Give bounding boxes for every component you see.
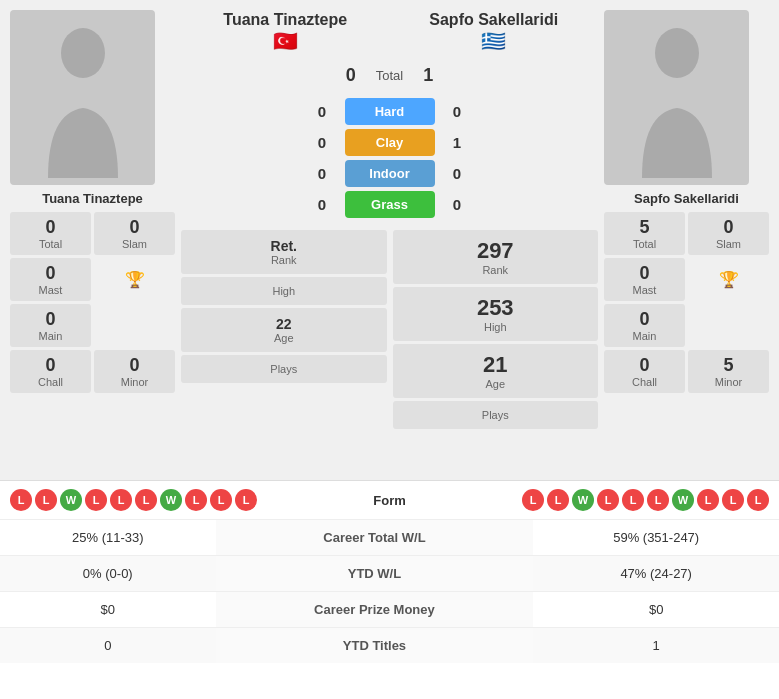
left-ytd-titles: 0 [0,628,216,664]
right-player-name: Sapfo Sakellaridi [604,191,769,206]
right-career-wl: 59% (351-247) [533,520,779,556]
left-plays-box: Plays [181,355,387,383]
left-form-9: L [210,489,232,511]
left-player-name: Tuana Tinaztepe [10,191,175,206]
grass-left-score: 0 [310,196,335,213]
form-label: Form [373,493,406,508]
right-total-label: Total [612,238,677,250]
left-career-wl: 25% (11-33) [0,520,216,556]
left-chall-val: 0 [18,355,83,376]
right-total-box: 5 Total [604,212,685,255]
hard-button[interactable]: Hard [345,98,435,125]
right-prize: $0 [533,592,779,628]
right-plays-box: Plays [393,401,599,429]
stats-row-2: 0% (0-0) YTD W/L 47% (24-27) [0,556,779,592]
left-player-title: Tuana Tinaztepe [181,10,390,29]
right-minor-val: 5 [696,355,761,376]
right-player-avatar [604,10,749,185]
left-form-10: L [235,489,257,511]
center-comparison: Tuana Tinaztepe 🇹🇷 Sapfo Sakellaridi 🇬🇷 … [181,10,598,470]
right-form-1: L [522,489,544,511]
clay-left-score: 0 [310,134,335,151]
right-form-8: L [697,489,719,511]
right-chall-label: Chall [612,376,677,388]
left-minor-val: 0 [102,355,167,376]
main-container: Tuana Tinaztepe 0 Total 0 Slam 0 Mast 🏆 [0,0,779,663]
right-mast-label: Mast [612,284,677,296]
right-minor-label: Minor [696,376,761,388]
left-high-box: High [181,277,387,305]
hard-right-score: 0 [445,103,470,120]
left-player-header: Tuana Tinaztepe 🇹🇷 [181,10,390,53]
indoor-button[interactable]: Indoor [345,160,435,187]
career-wl-label: Career Total W/L [216,520,534,556]
grass-button[interactable]: Grass [345,191,435,218]
left-minor-box: 0 Minor [94,350,175,393]
right-slam-label: Slam [696,238,761,250]
right-age-box: 21 Age [393,344,599,398]
left-age-box: 22 Age [181,308,387,352]
left-player-avatar [10,10,155,185]
left-form-5: L [110,489,132,511]
left-slam-label: Slam [102,238,167,250]
left-player-section: Tuana Tinaztepe 0 Total 0 Slam 0 Mast 🏆 [10,10,175,470]
stats-row-1: 25% (11-33) Career Total W/L 59% (351-24… [0,520,779,556]
stats-table: 25% (11-33) Career Total W/L 59% (351-24… [0,519,779,663]
total-row: 0 Total 1 [181,61,598,90]
left-ytd-wl: 0% (0-0) [0,556,216,592]
right-form-10: L [747,489,769,511]
right-ytd-titles: 1 [533,628,779,664]
left-total-score: 0 [346,65,356,86]
right-flag: 🇬🇷 [390,29,599,53]
total-label: Total [376,68,403,83]
left-chall-box: 0 Chall [10,350,91,393]
left-age-label: Age [189,332,379,344]
right-mast-box: 0 Mast [604,258,685,301]
right-plays-label: Plays [401,409,591,421]
left-rank-val: Ret. [189,238,379,254]
right-minor-box: 5 Minor [688,350,769,393]
left-rank-box: Ret. Rank [181,230,387,274]
left-form-8: L [185,489,207,511]
left-mast-val: 0 [18,263,83,284]
right-total-val: 5 [612,217,677,238]
left-trophy-icon: 🏆 [125,270,145,289]
clay-row: 0 Clay 1 [181,129,598,156]
right-form-7: W [672,489,694,511]
left-form-1: L [10,489,32,511]
left-total-val: 0 [18,217,83,238]
right-chall-box: 0 Chall [604,350,685,393]
right-main-label: Main [612,330,677,342]
right-total-score: 1 [423,65,433,86]
middle-stats-row: Ret. Rank High 22 Age Plays [181,230,598,429]
right-form-pills: L L W L L L W L L L [522,489,769,511]
left-main-box: 0 Main [10,304,91,347]
right-form-3: W [572,489,594,511]
right-high-val: 253 [401,295,591,321]
left-chall-label: Chall [18,376,83,388]
indoor-right-score: 0 [445,165,470,182]
right-main-val: 0 [612,309,677,330]
right-slam-val: 0 [696,217,761,238]
left-minor-label: Minor [102,376,167,388]
left-total-label: Total [18,238,83,250]
right-form-2: L [547,489,569,511]
ytd-titles-label: YTD Titles [216,628,534,664]
right-trophy-icon: 🏆 [719,270,739,289]
right-high-box: 253 High [393,287,599,341]
left-form-2: L [35,489,57,511]
left-form-pills: L L W L L L W L L L [10,489,257,511]
right-form-5: L [622,489,644,511]
right-player-title: Sapfo Sakellaridi [390,10,599,29]
right-form-9: L [722,489,744,511]
left-form-3: W [60,489,82,511]
clay-button[interactable]: Clay [345,129,435,156]
svg-point-0 [61,28,105,78]
clay-right-score: 1 [445,134,470,151]
ytd-wl-label: YTD W/L [216,556,534,592]
right-form-6: L [647,489,669,511]
left-form-4: L [85,489,107,511]
left-high-label: High [189,285,379,297]
right-age-label: Age [401,378,591,390]
left-mast-label: Mast [18,284,83,296]
